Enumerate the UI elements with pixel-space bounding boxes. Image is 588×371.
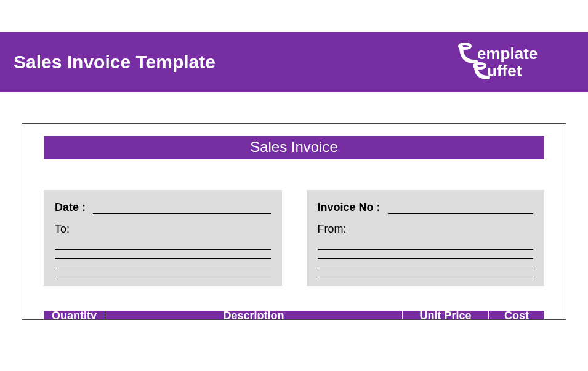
to-address-lines[interactable]: [55, 249, 271, 277]
document-page: Sales Invoice Date : To: Invoice No :: [22, 123, 566, 320]
to-label: To:: [55, 223, 70, 236]
left-info-box: Date : To:: [44, 190, 282, 286]
to-field: To:: [55, 223, 271, 236]
right-info-box: Invoice No : From:: [307, 190, 545, 286]
line-items-header: Quantity Description Unit Price Cost: [44, 311, 544, 319]
brand-logo: emplate uffet: [457, 43, 574, 81]
info-row: Date : To: Invoice No : From:: [44, 190, 544, 286]
date-label: Date :: [55, 201, 86, 214]
invoice-no-field: Invoice No :: [318, 201, 534, 214]
invoice-no-input-line[interactable]: [388, 203, 533, 214]
page-header: Sales Invoice Template emplate uffet: [0, 32, 588, 92]
column-quantity: Quantity: [44, 311, 105, 319]
from-address-lines[interactable]: [318, 249, 534, 277]
from-field: From:: [318, 223, 534, 236]
document-title: Sales Invoice: [44, 136, 544, 159]
invoice-no-label: Invoice No :: [318, 201, 381, 214]
column-unit-price: Unit Price: [403, 311, 489, 319]
column-description: Description: [105, 311, 403, 319]
logo-text-top: emplate: [477, 44, 538, 63]
page-title: Sales Invoice Template: [14, 52, 215, 73]
from-label: From:: [318, 223, 347, 236]
column-cost: Cost: [489, 311, 544, 319]
logo-icon: emplate uffet: [457, 43, 574, 81]
date-field: Date :: [55, 201, 271, 214]
logo-text-bottom: uffet: [487, 62, 522, 80]
date-input-line[interactable]: [93, 203, 270, 214]
